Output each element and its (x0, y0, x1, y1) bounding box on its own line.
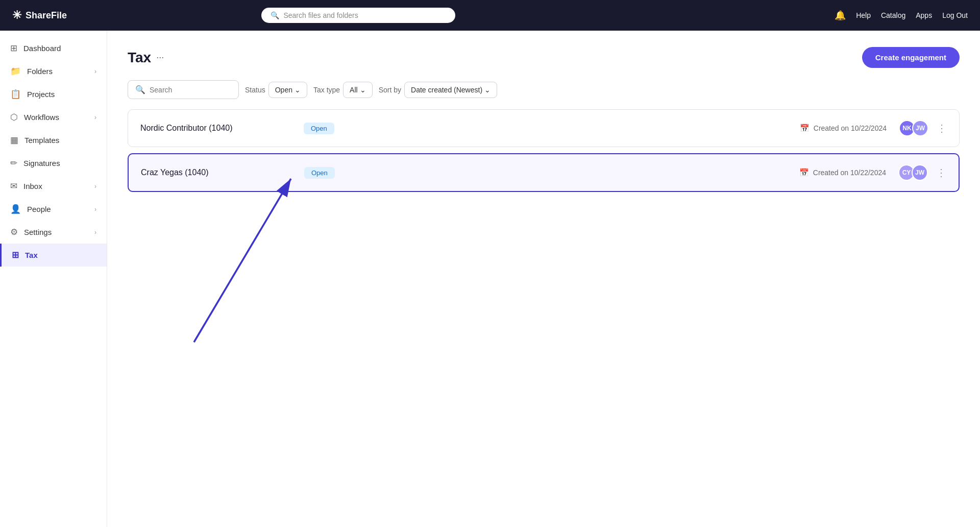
dashboard-icon: ⊞ (10, 43, 17, 54)
chevron-right-icon: › (94, 183, 96, 190)
main-content: Tax ··· Create engagement 🔍 Status Open … (107, 31, 980, 527)
logo-text: ShareFile (26, 10, 67, 21)
more-menu-icon[interactable]: ⋮ (937, 122, 947, 134)
sidebar-item-folders[interactable]: 📁 Folders › (0, 60, 107, 83)
page-title: Tax (128, 50, 151, 66)
annotation-arrow (107, 31, 980, 527)
sidebar-item-templates[interactable]: ▦ Templates (0, 129, 107, 152)
sortby-label: Sort by (379, 86, 401, 94)
catalog-link[interactable]: Catalog (881, 11, 905, 19)
svg-line-1 (194, 179, 291, 342)
status-filter-group: Status Open ⌄ (245, 82, 307, 98)
chevron-right-icon: › (94, 206, 96, 213)
sidebar-item-tax[interactable]: ⊞ Tax (0, 244, 107, 267)
created-date: Created on 10/22/2024 (814, 124, 887, 132)
sortby-filter-button[interactable]: Date created (Newest) ⌄ (404, 82, 497, 98)
layout: ⊞ Dashboard 📁 Folders › 📋 Projects ⬡ Wor… (0, 0, 980, 527)
status-badge: Open (304, 123, 334, 134)
filters-row: 🔍 Status Open ⌄ Tax type All ⌄ Sort by (128, 80, 960, 99)
engagement-meta: 📅 Created on 10/22/2024 NK JW (800, 120, 928, 136)
topnav: ✳ ShareFile 🔍 Search files and folders 🔔… (0, 0, 980, 31)
chevron-right-icon: › (94, 68, 96, 75)
tax-icon: ⊞ (12, 250, 19, 260)
created-date: Created on 10/22/2024 (813, 169, 886, 177)
signatures-icon: ✏ (10, 158, 17, 169)
inbox-icon: ✉ (10, 181, 17, 191)
apps-link[interactable]: Apps (916, 11, 932, 19)
projects-icon: 📋 (10, 89, 21, 100)
sidebar-item-projects[interactable]: 📋 Projects (0, 83, 107, 106)
sidebar-item-label: Signatures (23, 159, 60, 167)
search-icon: 🔍 (271, 11, 279, 19)
workflows-icon: ⬡ (10, 112, 18, 123)
help-link[interactable]: Help (856, 11, 871, 19)
folders-icon: 📁 (10, 66, 21, 77)
sidebar-item-people[interactable]: 👤 People › (0, 198, 107, 221)
more-menu-icon[interactable]: ⋮ (936, 166, 946, 179)
status-label: Status (245, 86, 265, 94)
title-menu-icon[interactable]: ··· (156, 52, 164, 63)
status-filter-button[interactable]: Open ⌄ (268, 82, 307, 98)
sidebar-item-label: Inbox (23, 182, 42, 190)
people-icon: 👤 (10, 204, 21, 214)
sortby-filter-group: Sort by Date created (Newest) ⌄ (379, 82, 497, 98)
sidebar: ⊞ Dashboard 📁 Folders › 📋 Projects ⬡ Wor… (0, 31, 107, 527)
chevron-down-icon: ⌄ (360, 86, 366, 94)
avatar: JW (912, 120, 928, 136)
logo-icon: ✳ (12, 9, 21, 22)
taxtype-filter-button[interactable]: All ⌄ (343, 82, 373, 98)
status-value: Open (275, 86, 292, 94)
sidebar-item-label: Templates (24, 136, 59, 145)
topnav-right: 🔔 Help Catalog Apps Log Out (835, 10, 968, 21)
engagement-name: Nordic Contributor (1040) (140, 124, 304, 133)
sidebar-item-workflows[interactable]: ⬡ Workflows › (0, 106, 107, 129)
engagements-list: Nordic Contributor (1040) Open 📅 Created… (128, 109, 960, 192)
page-header: Tax ··· Create engagement (128, 47, 960, 68)
settings-icon: ⚙ (10, 227, 18, 237)
sidebar-item-label: Folders (27, 67, 53, 76)
sidebar-item-label: Dashboard (23, 44, 61, 53)
status-badge: Open (304, 167, 335, 179)
engagement-meta: 📅 Created on 10/22/2024 CY JW (799, 164, 928, 181)
notifications-icon[interactable]: 🔔 (835, 10, 846, 21)
search-icon: 🔍 (135, 85, 145, 94)
chevron-right-icon: › (94, 229, 96, 236)
sidebar-item-label: Workflows (24, 113, 59, 122)
search-placeholder-text: Search files and folders (283, 11, 358, 19)
sidebar-item-inbox[interactable]: ✉ Inbox › (0, 175, 107, 198)
search-input[interactable] (150, 86, 231, 94)
sidebar-item-label: Projects (27, 90, 55, 99)
global-search[interactable]: 🔍 Search files and folders (261, 8, 455, 23)
sidebar-item-signatures[interactable]: ✏ Signatures (0, 152, 107, 175)
logout-link[interactable]: Log Out (942, 11, 968, 19)
chevron-right-icon: › (94, 114, 96, 121)
sortby-value: Date created (Newest) (411, 86, 482, 94)
chevron-down-icon: ⌄ (484, 86, 491, 94)
calendar-icon: 📅 (799, 168, 809, 177)
taxtype-filter-group: Tax type All ⌄ (313, 82, 373, 98)
sidebar-item-label: People (27, 205, 51, 213)
sidebar-item-label: Tax (25, 251, 38, 259)
avatars: NK JW (899, 120, 928, 136)
sidebar-item-label: Settings (24, 228, 52, 236)
logo[interactable]: ✳ ShareFile (12, 9, 67, 22)
engagement-card[interactable]: Nordic Contributor (1040) Open 📅 Created… (128, 109, 960, 147)
sidebar-item-settings[interactable]: ⚙ Settings › (0, 221, 107, 244)
engagement-card-highlighted[interactable]: Craz Yegas (1040) Open 📅 Created on 10/2… (128, 153, 960, 192)
search-input-wrap[interactable]: 🔍 (128, 80, 239, 99)
taxtype-value: All (350, 86, 358, 94)
templates-icon: ▦ (10, 135, 18, 146)
calendar-icon: 📅 (800, 124, 810, 133)
avatars: CY JW (898, 164, 928, 181)
taxtype-label: Tax type (313, 86, 340, 94)
create-engagement-button[interactable]: Create engagement (862, 47, 960, 68)
sidebar-item-dashboard[interactable]: ⊞ Dashboard (0, 37, 107, 60)
engagement-name: Craz Yegas (1040) (141, 168, 304, 177)
avatar: JW (912, 164, 928, 181)
page-title-row: Tax ··· (128, 50, 164, 66)
chevron-down-icon: ⌄ (295, 86, 301, 94)
